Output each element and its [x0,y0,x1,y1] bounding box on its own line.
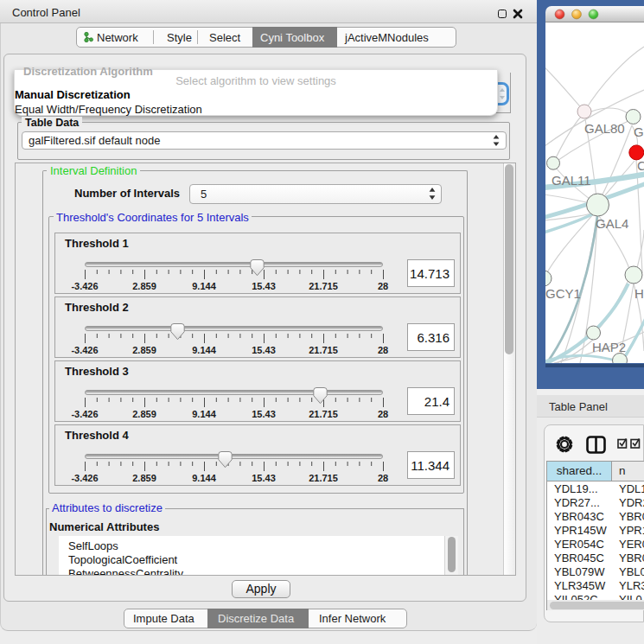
svg-text:C: C [637,158,644,173]
svg-text:GAL80: GAL80 [584,121,625,136]
svg-text:GAL4: GAL4 [596,216,628,231]
svg-text:GAL11: GAL11 [552,173,591,188]
svg-text:GCY1: GCY1 [545,286,581,301]
svg-text:G...: G... [634,124,644,139]
svg-text:H: H [634,286,644,301]
svg-text:HAP2: HAP2 [592,340,626,354]
